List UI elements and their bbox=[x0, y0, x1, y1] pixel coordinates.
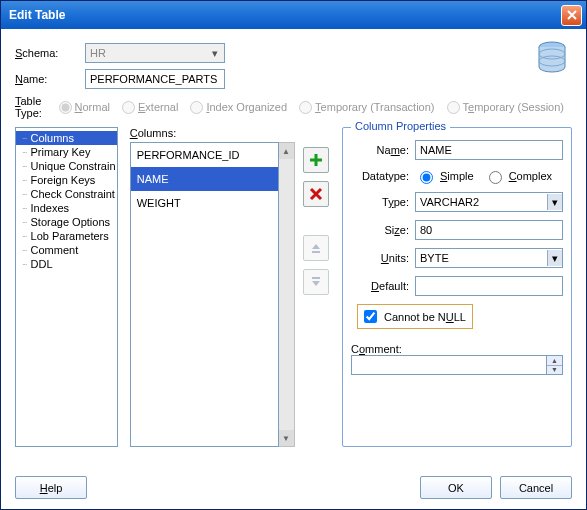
radio-simple[interactable]: Simple bbox=[415, 168, 474, 184]
help-button[interactable]: Help bbox=[15, 476, 87, 499]
schema-value: HR bbox=[90, 47, 106, 59]
x-icon bbox=[309, 187, 323, 201]
tree-item-foreign-keys[interactable]: ···Foreign Keys bbox=[16, 173, 117, 187]
column-item[interactable]: WEIGHT bbox=[131, 191, 278, 215]
add-column-button[interactable] bbox=[303, 147, 329, 173]
window-title: Edit Table bbox=[5, 8, 561, 22]
tree-item-lob-parameters[interactable]: ···Lob Parameters bbox=[16, 229, 117, 243]
remove-column-button[interactable] bbox=[303, 181, 329, 207]
dialog-content: Schema: HR ▾ Name: Table Type: Normal Ex… bbox=[1, 29, 586, 466]
comment-spinner[interactable]: ▲ ▼ bbox=[547, 355, 563, 375]
chevron-down-icon: ▾ bbox=[547, 250, 562, 266]
radio-temp-session[interactable]: Temporary (Session) bbox=[447, 101, 564, 114]
columns-list[interactable]: PERFORMANCE_ID NAME WEIGHT bbox=[130, 142, 279, 447]
move-down-icon bbox=[309, 275, 323, 289]
close-icon bbox=[567, 10, 577, 20]
ok-button[interactable]: OK bbox=[420, 476, 492, 499]
radio-temp-transaction[interactable]: Temporary (Transaction) bbox=[299, 101, 434, 114]
prop-default-input[interactable] bbox=[415, 276, 563, 296]
radio-normal[interactable]: Normal bbox=[59, 101, 110, 114]
svg-rect-3 bbox=[312, 251, 320, 253]
name-label: Name: bbox=[15, 73, 85, 85]
tree-item-indexes[interactable]: ···Indexes bbox=[16, 201, 117, 215]
column-item[interactable]: NAME bbox=[131, 167, 278, 191]
schema-combo[interactable]: HR ▾ bbox=[85, 43, 225, 63]
radio-complex[interactable]: Complex bbox=[484, 168, 552, 184]
prop-size-input[interactable] bbox=[415, 220, 563, 240]
spin-down-icon[interactable]: ▼ bbox=[547, 366, 562, 375]
tree-item-comment[interactable]: ···Comment bbox=[16, 243, 117, 257]
prop-name-input[interactable] bbox=[415, 140, 563, 160]
move-up-button[interactable] bbox=[303, 235, 329, 261]
cancel-button[interactable]: Cancel bbox=[500, 476, 572, 499]
tree-item-ddl[interactable]: ···DDL bbox=[16, 257, 117, 271]
prop-size-label: Size: bbox=[351, 224, 409, 236]
section-tree[interactable]: ···Columns ···Primary Key ···Unique Cons… bbox=[15, 127, 118, 447]
prop-comment-input[interactable] bbox=[351, 355, 547, 375]
schema-label: Schema: bbox=[15, 47, 85, 59]
database-icon bbox=[536, 41, 568, 79]
prop-type-label: Type: bbox=[351, 196, 409, 208]
prop-units-label: Units: bbox=[351, 252, 409, 264]
not-null-checkbox-wrap: Cannot be NULL bbox=[357, 304, 473, 329]
radio-external[interactable]: External bbox=[122, 101, 178, 114]
prop-datatype-label: Datatype: bbox=[351, 170, 409, 182]
prop-type-select[interactable]: VARCHAR2 ▾ bbox=[415, 192, 563, 212]
radio-index-organized[interactable]: Index Organized bbox=[190, 101, 287, 114]
chevron-down-icon: ▾ bbox=[547, 194, 562, 210]
move-down-button[interactable] bbox=[303, 269, 329, 295]
tree-item-primary-key[interactable]: ···Primary Key bbox=[16, 145, 117, 159]
column-tools bbox=[303, 127, 330, 447]
column-item[interactable]: PERFORMANCE_ID bbox=[131, 143, 278, 167]
title-bar: Edit Table bbox=[1, 1, 586, 29]
svg-rect-4 bbox=[312, 277, 320, 279]
columns-heading: Columns: bbox=[130, 127, 295, 139]
tabletype-label: Table Type: bbox=[15, 95, 59, 119]
tree-item-unique-constraints[interactable]: ···Unique Constrain bbox=[16, 159, 117, 173]
table-name-input[interactable] bbox=[85, 69, 225, 89]
tree-item-storage-options[interactable]: ···Storage Options bbox=[16, 215, 117, 229]
tree-item-check-constraints[interactable]: ···Check Constraint bbox=[16, 187, 117, 201]
column-properties-group: Column Properties Name: Datatype: Simple… bbox=[342, 127, 572, 447]
spin-up-icon[interactable]: ▲ bbox=[547, 356, 562, 366]
scroll-down-icon[interactable]: ▼ bbox=[279, 430, 294, 446]
dialog-footer: Help OK Cancel bbox=[1, 466, 586, 509]
close-button[interactable] bbox=[561, 5, 582, 26]
scroll-up-icon[interactable]: ▲ bbox=[279, 143, 294, 159]
prop-name-label: Name: bbox=[351, 144, 409, 156]
chevron-down-icon: ▾ bbox=[209, 47, 220, 60]
prop-default-label: Default: bbox=[351, 280, 409, 292]
not-null-checkbox[interactable] bbox=[364, 310, 377, 323]
not-null-label: Cannot be NULL bbox=[384, 311, 466, 323]
columns-scrollbar[interactable]: ▲ ▼ bbox=[279, 142, 295, 447]
table-type-radios: Normal External Index Organized Temporar… bbox=[59, 101, 572, 114]
column-properties-legend: Column Properties bbox=[351, 120, 450, 132]
plus-icon bbox=[309, 153, 323, 167]
move-up-icon bbox=[309, 241, 323, 255]
edit-table-dialog: Edit Table Schema: HR ▾ Name: Ta bbox=[0, 0, 587, 510]
tree-item-columns[interactable]: ···Columns bbox=[16, 131, 117, 145]
prop-comment-label: Comment: bbox=[351, 343, 563, 355]
prop-units-select[interactable]: BYTE ▾ bbox=[415, 248, 563, 268]
